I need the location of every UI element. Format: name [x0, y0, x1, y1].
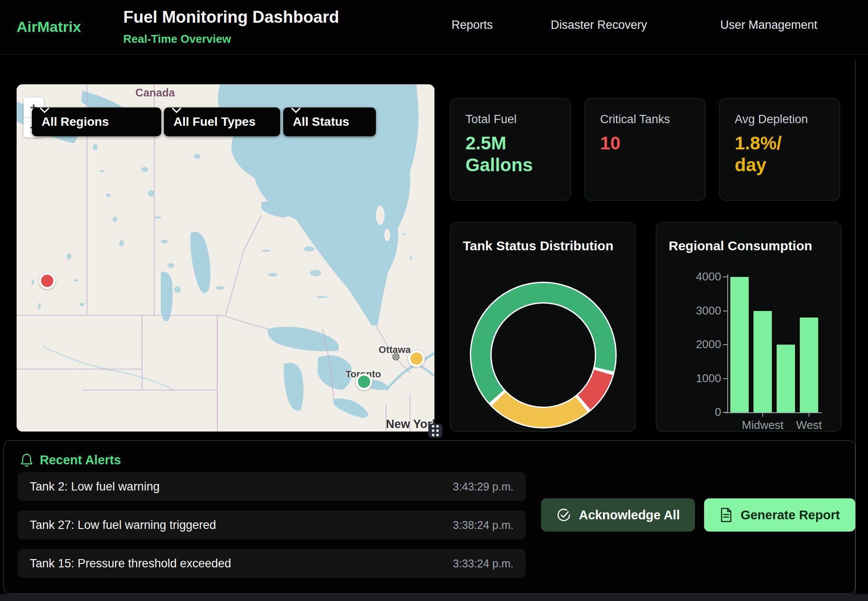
tank-marker-warning[interactable]: [408, 350, 425, 367]
page-title: Fuel Monitoring Dashboard: [123, 8, 339, 27]
brand-logo: AirMatrix: [17, 18, 81, 35]
bar-Midwest: [753, 311, 772, 413]
regional-consumption-bar-chart: 01000200030004000MidwestWest: [656, 223, 842, 432]
nav-disaster-recovery[interactable]: Disaster Recovery: [551, 18, 647, 32]
status-filter-dropdown[interactable]: All Status: [283, 107, 376, 136]
dashboard-page: AirMatrix Fuel Monitoring Dashboard Real…: [0, 0, 868, 601]
chevron-down-icon: [172, 107, 181, 114]
chevron-down-icon: [40, 107, 49, 114]
chart-title: Tank Status Distribution: [463, 238, 613, 253]
recent-alerts-panel: Recent Alerts Tank 2: Low fuel warning 3…: [3, 440, 856, 594]
regional-consumption-card: Regional Consumption 01000200030004000Mi…: [656, 222, 841, 432]
region-filter-dropdown[interactable]: All Regions: [32, 107, 161, 136]
y-tick-label: 1000: [674, 372, 721, 385]
fuel-map[interactable]: CanadaOttawaTorontoNew York + − All Regi…: [17, 84, 434, 432]
bell-icon: [20, 453, 34, 468]
check-circle-icon: [556, 508, 571, 522]
alert-time: 3:43:29 p.m.: [453, 480, 514, 493]
bar-region-1: [730, 277, 749, 412]
fuel-type-filter-dropdown[interactable]: All Fuel Types: [164, 107, 280, 136]
town-dot-icon: [392, 353, 399, 360]
map-place-label: Canada: [135, 86, 175, 99]
y-tick-label: 3000: [674, 304, 721, 318]
kpi-avg-depletion: Avg Depletion 1.8%/day: [719, 98, 840, 200]
nav-reports[interactable]: Reports: [451, 18, 493, 32]
bar-West: [800, 318, 818, 412]
kpi-label: Avg Depletion: [735, 113, 825, 126]
alert-row: Tank 2: Low fuel warning 3:43:29 p.m.: [17, 472, 526, 501]
tank-status-donut-chart: [469, 281, 618, 429]
alert-text: Tank 15: Pressure threshold exceeded: [30, 557, 231, 570]
page-scrollbar[interactable]: [855, 59, 856, 594]
kpi-label: Total Fuel: [465, 113, 556, 126]
acknowledge-all-button[interactable]: Acknowledge All: [541, 498, 695, 532]
y-tick-label: 2000: [674, 338, 721, 351]
kpi-total-fuel: Total Fuel 2.5MGallons: [450, 98, 571, 200]
region-filter-value: All Regions: [42, 115, 109, 129]
alert-time: 3:33:24 p.m.: [453, 557, 514, 570]
alerts-title: Recent Alerts: [40, 453, 121, 467]
map-resize-grip-icon[interactable]: [428, 424, 442, 438]
kpi-value: 2.5M: [465, 133, 506, 153]
alert-time: 3:38:24 p.m.: [453, 519, 514, 532]
fuel-type-filter-value: All Fuel Types: [174, 115, 256, 129]
y-tick-label: 0: [674, 405, 721, 419]
chevron-down-icon: [291, 107, 301, 114]
next-section-edge: [0, 594, 868, 601]
alert-row: Tank 27: Low fuel warning triggered 3:38…: [17, 511, 526, 539]
generate-report-button[interactable]: Generate Report: [704, 498, 855, 532]
kpi-label: Critical Tanks: [600, 113, 690, 126]
tank-status-card: Tank Status Distribution: [450, 222, 635, 432]
alert-text: Tank 27: Low fuel warning triggered: [30, 518, 216, 532]
app-header: AirMatrix Fuel Monitoring Dashboard Real…: [0, 0, 868, 55]
tank-marker-critical[interactable]: [39, 273, 56, 289]
bar-region-3: [777, 345, 795, 412]
alert-row: Tank 15: Pressure threshold exceeded 3:3…: [17, 549, 526, 578]
alert-text: Tank 2: Low fuel warning: [30, 480, 160, 494]
y-tick-label: 4000: [674, 270, 721, 283]
status-filter-value: All Status: [293, 115, 349, 129]
page-subtitle: Real-Time Overview: [123, 32, 231, 46]
kpi-critical-tanks: Critical Tanks 10: [585, 98, 705, 200]
kpi-value: 1.8%/: [735, 133, 781, 153]
kpi-value: 10: [600, 133, 621, 153]
report-file-icon: [719, 508, 733, 522]
tank-marker-normal[interactable]: [356, 373, 372, 390]
map-place-label: New York: [386, 418, 434, 431]
nav-user-management[interactable]: User Management: [720, 18, 817, 32]
x-tick-label: West: [778, 418, 840, 432]
